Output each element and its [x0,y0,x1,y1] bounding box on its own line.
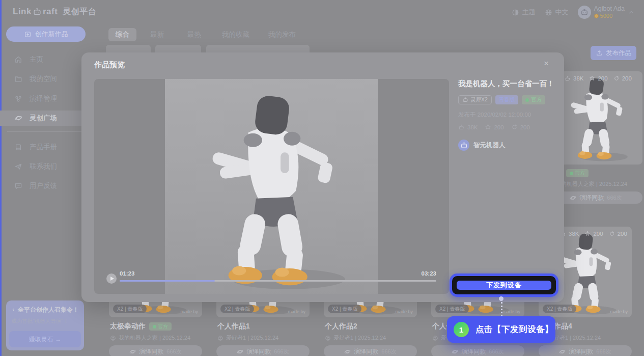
total-time: 03:23 [422,270,436,277]
tab-newest[interactable]: 最新 [143,28,171,41]
publish-work-button[interactable]: 发布作品 [591,46,636,60]
tab-published[interactable]: 我的发布 [261,28,303,41]
share-icon [511,124,518,130]
logo-text-cn: 灵创平台 [63,7,96,17]
sidebar-item-performance[interactable]: 演绎管理 [0,91,90,106]
official-label: 官方 [575,170,585,177]
logo-text-prefix: Link [13,7,32,17]
work-stats: 38K 200 200 [458,124,560,130]
author-avatar [458,140,469,151]
planet-icon [237,348,243,355]
sidebar-item-label: 用户反馈 [30,181,57,190]
perform-same-label: 演绎同款 [354,347,378,356]
perform-same-label: 演绎同款 [139,347,163,356]
sidebar-item-my-space[interactable]: 我的空间 [0,71,90,87]
official-dot-icon [570,172,573,175]
author-icon [325,335,331,341]
video-preview-area: 01:23 03:23 [94,79,449,294]
author-icon [432,335,438,341]
card-title: 个人作品2 [325,322,357,331]
sidebar-item-feedback[interactable]: 用户反馈 [0,178,90,194]
close-icon[interactable]: × [544,59,549,69]
perform-same-button[interactable]: 演绎同款 666次 [109,345,202,356]
sidebar-item-label: 产品手册 [30,143,57,152]
modal-title: 作品预览 [94,60,125,70]
perform-same-label: 演绎同款 [579,194,604,202]
perform-same-label: 演绎同款 [246,347,271,356]
edition-tag: 青春版 [495,95,519,104]
sidebar-item-manual[interactable]: 产品手册 [0,140,90,155]
play-button[interactable] [106,273,117,284]
home-icon [14,56,22,64]
like-count: 38K [573,75,583,81]
logo-text-suffix: raft [43,7,58,17]
tab-favorites[interactable]: 我的收藏 [215,28,257,41]
robot-head-icon [462,97,468,103]
share-count: 200 [618,231,627,237]
app-logo: Link raft 灵创平台 [13,6,96,18]
model-badge: X2 | 青春版 [543,305,576,313]
sidebar-divider [7,131,82,132]
sidebar-item-label: 联系我们 [30,162,57,171]
sidebar-item-label: 演绎管理 [30,94,57,103]
watermark: made by [180,309,198,314]
step-number-badge: 1 [454,322,469,337]
user-avatar [578,6,591,19]
official-dot-icon [525,98,529,102]
chevron-up-icon [628,9,635,16]
perform-same-button[interactable]: 演绎同款 666次 [216,345,310,356]
watermark: made by [288,309,305,314]
perform-same-label: 演绎同款 [461,347,486,356]
create-work-button[interactable]: 创作新作品 [6,26,86,42]
perform-same-button[interactable]: 演绎同款 666次 [324,345,417,356]
planet-icon [14,114,22,122]
theme-icon [512,9,519,16]
official-badge: 官方 [566,169,589,177]
promo-title: 全平台创作人召集令！ [18,306,79,314]
logo-robot-icon [33,7,42,16]
chat-bubble-icon [14,182,22,190]
star-icon [589,75,595,81]
user-coins: 5000 [594,13,625,19]
sidebar-item-plaza[interactable]: 灵创广场 [0,111,90,126]
promo-card: 全平台创作人召集令！ 成为首批"机器人导演"！ 赚取灵石 → [6,300,84,350]
book-icon [14,143,22,151]
card-stats: 38K 200 200 [565,75,632,81]
user-menu[interactable]: Agibot Ada 5000 [578,5,635,19]
nodes-icon [14,95,22,103]
sidebar-item-label: 主页 [30,55,43,64]
play-icon [110,277,114,281]
watermark: made by [610,309,628,314]
robot-illustration [563,77,629,162]
video-frame [165,79,378,294]
author-row[interactable]: 智元机器人 [458,140,560,151]
author-icon [217,335,223,341]
card-byline: 我的机器人之家 | 2025.12.24 [109,334,202,342]
perform-same-button[interactable]: 演绎同款 666次 [431,345,524,356]
progress-bar[interactable] [120,280,436,282]
promo-title-row: 全平台创作人召集令！ [11,306,79,314]
theme-toggle[interactable]: 主题 [512,8,536,17]
perform-same-button[interactable]: 演绎同款 666次 [539,345,632,356]
tutorial-tooltip: 1 点击【下发到设备】 [447,316,555,343]
perform-count: 666次 [489,348,503,355]
perform-count: 666次 [274,348,289,355]
sidebar-item-label: 我的空间 [30,74,57,84]
thumb-up-icon [565,75,571,81]
sidebar-item-home[interactable]: 主页 [0,52,90,67]
deploy-to-device-button[interactable]: 下发到设备 [457,281,551,290]
author-icon [110,335,116,341]
avatar-robot-icon [580,8,589,16]
paper-plane-icon [14,162,22,171]
earn-gems-button[interactable]: 赚取灵石 → [9,331,81,347]
language-switcher[interactable]: 中文 [545,8,569,17]
official-tag-label: 官方 [531,96,542,103]
sidebar-item-contact[interactable]: 联系我们 [0,159,90,174]
share-count: 200 [622,75,632,81]
tab-comprehensive[interactable]: 综合 [108,28,136,41]
tab-hottest[interactable]: 最热 [180,28,208,41]
preview-modal: 作品预览 × 01:23 03:23 我是机器人，买一台省一百！ 灵犀X2 青春… [81,52,564,302]
deploy-button-frame: 下发到设备 [452,276,556,294]
user-meta: Agibot Ada 5000 [594,5,625,19]
watermark: made by [502,309,520,314]
